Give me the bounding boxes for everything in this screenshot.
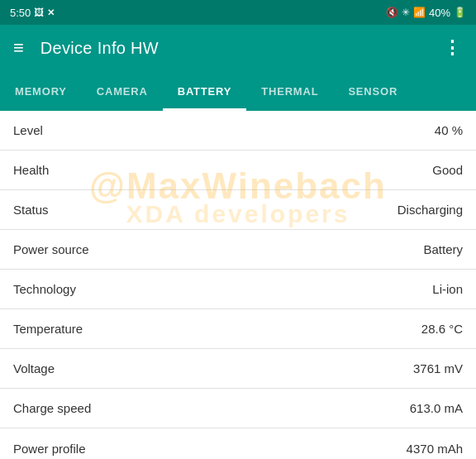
row-value: 28.6 °C	[421, 322, 463, 336]
tab-battery[interactable]: BATTERY	[163, 71, 247, 111]
table-row: Charge speed613.0 mA	[0, 389, 476, 428]
tab-memory[interactable]: MEMORY	[0, 71, 82, 111]
tab-thermal[interactable]: THERMAL	[246, 71, 333, 111]
status-icons-area: 🔇 ✳ 📶 40% 🔋	[386, 7, 466, 19]
battery-info-table: Level40 %HealthGoodStatusDischargingPowe…	[0, 111, 476, 459]
table-row: Voltage3761 mV	[0, 349, 476, 389]
tab-bar: MEMORY CAMERA BATTERY THERMAL SENSOR	[0, 71, 476, 111]
status-bar: 5:50 🖼 ✕ 🔇 ✳ 📶 40% 🔋	[0, 0, 476, 25]
row-label: Technology	[13, 282, 432, 296]
row-value: 4370 mAh	[407, 442, 463, 456]
table-row: TechnologyLi-ion	[0, 270, 476, 309]
battery-icon: 🔋	[454, 7, 466, 18]
menu-button[interactable]: ≡	[13, 39, 24, 57]
row-value: Discharging	[397, 203, 463, 217]
signal-icon: 📶	[413, 7, 426, 18]
app-title: Device Info HW	[40, 39, 443, 58]
table-row: HealthGood	[0, 151, 476, 190]
mute-icon: 🔇	[386, 7, 398, 18]
battery-content: Level40 %HealthGoodStatusDischargingPowe…	[0, 111, 476, 459]
tab-sensor[interactable]: SENSOR	[333, 71, 412, 111]
table-row: StatusDischarging	[0, 190, 476, 230]
row-value: 3761 mV	[413, 361, 463, 375]
row-label: Power profile	[13, 442, 407, 456]
row-value: 40 %	[435, 123, 463, 137]
row-value: Good	[432, 163, 463, 177]
toolbar: ≡ Device Info HW ⋮	[0, 25, 476, 71]
x-icon: ✕	[47, 7, 55, 18]
row-label: Voltage	[13, 361, 413, 375]
battery-text: 40%	[429, 7, 450, 19]
time-display: 5:50	[10, 7, 31, 19]
table-row: Temperature28.6 °C	[0, 309, 476, 349]
row-value: 613.0 mA	[410, 401, 463, 415]
photo-icon: 🖼	[34, 7, 44, 18]
table-row: Level40 %	[0, 111, 476, 151]
row-label: Level	[13, 123, 435, 137]
more-options-button[interactable]: ⋮	[443, 42, 463, 53]
bluetooth-icon: ✳	[402, 7, 410, 18]
row-label: Power source	[13, 242, 423, 256]
row-label: Charge speed	[13, 401, 410, 415]
row-label: Temperature	[13, 322, 421, 336]
row-value: Li-ion	[432, 282, 463, 296]
row-label: Health	[13, 163, 432, 177]
row-value: Battery	[423, 242, 463, 256]
row-label: Status	[13, 203, 397, 217]
table-row: Power sourceBattery	[0, 230, 476, 270]
status-time-area: 5:50 🖼 ✕	[10, 7, 55, 19]
table-row: Power profile4370 mAh	[0, 428, 476, 459]
tab-camera[interactable]: CAMERA	[82, 71, 163, 111]
